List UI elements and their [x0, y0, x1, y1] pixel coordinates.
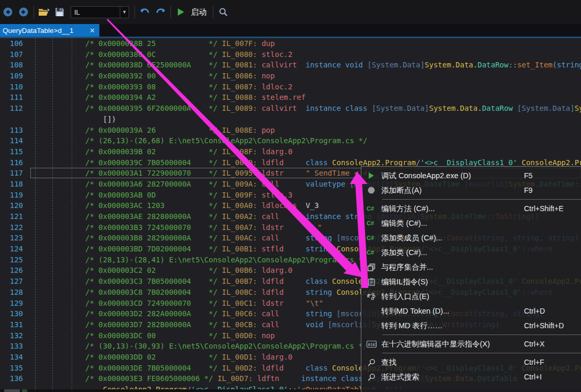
menu-separator	[382, 335, 581, 335]
search-icon	[361, 359, 381, 366]
code-text: /* 0x000003AC 1203 */ IL_00A0: ldloca.s …	[23, 200, 319, 211]
menu-item-edit-method-csharp[interactable]: C#编辑方法 (C#)...Ctrl+Shift+E	[361, 201, 581, 216]
line-number: 131	[0, 319, 23, 330]
code-text: /* (26,13)-(26,68) E:\net5\ConsoleApp2\C…	[23, 135, 367, 146]
line-number: 108	[0, 60, 23, 71]
line-number: 120	[0, 200, 23, 211]
start-debug-label[interactable]: 启动	[191, 7, 207, 17]
line-number: 134	[0, 352, 23, 363]
navigate-back-button[interactable]	[0, 4, 16, 20]
menu-item-show-instruction-in-hex-editor[interactable]: 0101在十六进制编辑器中显示指令(X)Ctrl+X	[361, 337, 581, 351]
line-number: 121	[0, 211, 23, 222]
menu-item-label: 添加断点(A)	[381, 186, 524, 195]
code-text: /* 0x000003AB 0D */ IL_009F: stloc.3	[23, 190, 292, 201]
main-toolbar: IL ▼ 启动	[0, 0, 581, 24]
code-text: /* 0x000003DD 02 */ IL_00D1: ldarg.0	[23, 352, 292, 363]
menu-item-debug-exe[interactable]: 调试 ConsoleApp2.exe (D)F5	[361, 168, 581, 183]
tab-close-icon[interactable]: ✕	[89, 27, 95, 34]
menu-item-add-class-member-csharp[interactable]: C#添加类成员 (C#)...	[361, 230, 581, 245]
start-debug-button[interactable]	[173, 4, 189, 20]
menu-item-go-to-md-token[interactable]: 转到MD Token (D)...Ctrl+D	[361, 304, 581, 318]
menu-item-label: 渐进式搜索	[381, 372, 524, 382]
menu-item-add-class-csharp[interactable]: C#添加类 (C#)...	[361, 245, 581, 260]
scrollbar-marker	[22, 389, 27, 392]
code-text: /* 0x00000395 6F2600000A */ IL_0089: cal…	[23, 103, 581, 114]
code-line[interactable]: [])	[0, 114, 581, 125]
code-line[interactable]: 111/* 0x00000394 A2 */ IL_0088: stelem.r…	[0, 92, 581, 103]
menu-item-find[interactable]: 查找Ctrl+F	[361, 355, 581, 370]
code-line[interactable]: 112/* 0x00000395 6F2600000A */ IL_0089: …	[0, 103, 581, 114]
menu-item-go-to-entry-point[interactable]: 转到入口点(E)	[361, 289, 581, 304]
menu-item-label: 与程序集合并...	[381, 262, 524, 272]
menu-item-add-breakpoint[interactable]: 添加断点(A)F9	[361, 183, 581, 198]
save-button[interactable]	[52, 4, 67, 20]
search-icon	[361, 373, 381, 381]
context-menu: 调试 ConsoleApp2.exe (D)F5添加断点(A)F9C#编辑方法 …	[361, 166, 581, 392]
view-mode-dropdown[interactable]: IL ▼	[71, 6, 129, 18]
line-number: 122	[0, 222, 23, 233]
menu-item-go-to-md-table-row[interactable]: 转到 MD 表行……Ctrl+Shift+D	[361, 318, 581, 333]
toolbar-separator	[170, 6, 171, 18]
menu-item-label: 转到MD Token (D)...	[381, 306, 524, 316]
line-number: 110	[0, 82, 23, 93]
redo-button[interactable]	[153, 4, 168, 20]
open-file-button[interactable]	[36, 4, 52, 20]
line-number: 109	[0, 71, 23, 82]
menu-item-label: 编辑IL指令(S)	[381, 277, 524, 287]
code-text: /* 0x0000039B 02 */ IL_008F: ldarg.0	[23, 146, 292, 157]
code-line[interactable]: 110/* 0x00000393 08 */ IL_0087: ldloc.2	[0, 82, 581, 93]
menu-item-merge-with-assembly[interactable]: 与程序集合并...	[361, 260, 581, 274]
code-text: /* 0x0000038D 6F2500000A */ IL_0081: cal…	[23, 60, 581, 71]
menu-item-shortcut: Ctrl+F	[524, 358, 581, 366]
toolbar-separator	[33, 6, 34, 18]
tab-querydatatable[interactable]: QueryDataTable>d__1 ✕	[0, 24, 99, 37]
code-line[interactable]: 115/* 0x0000039B 02 */ IL_008F: ldarg.0	[0, 146, 581, 157]
csharp-icon: C#	[361, 249, 381, 256]
code-line[interactable]: 114/* (26,13)-(26,68) E:\net5\ConsoleApp…	[0, 135, 581, 146]
search-assemblies-button[interactable]	[215, 4, 231, 20]
merge-icon	[361, 263, 381, 271]
svg-text:C#: C#	[367, 235, 374, 241]
code-line[interactable]: 108/* 0x0000038D 6F2500000A */ IL_0081: …	[0, 60, 581, 71]
line-number: 132	[0, 330, 23, 341]
line-number: 125	[0, 255, 23, 266]
code-text: /* 0x000003CD 7249000070 */ IL_00C1: lds…	[23, 298, 323, 309]
code-line[interactable]: 109/* 0x00000392 00 */ IL_0086: nop	[0, 71, 581, 82]
menu-item-edit-il-instructions[interactable]: 编辑IL指令(S)	[361, 274, 581, 289]
line-number: 124	[0, 244, 23, 255]
code-line[interactable]: 107/* 0x0000038C 0C */ IL_0080: stloc.2	[0, 49, 581, 60]
code-line[interactable]: 113/* 0x0000039A 26 */ IL_008E: pop	[0, 125, 581, 136]
line-number: 117	[0, 168, 23, 179]
line-number: 112	[0, 103, 23, 114]
svg-text:C#: C#	[367, 249, 374, 256]
menu-item-label: 查找	[381, 358, 524, 367]
line-number: 129	[0, 298, 23, 309]
search-icon	[219, 7, 228, 17]
chevron-down-icon[interactable]: ▼	[120, 7, 129, 18]
menu-item-incremental-search[interactable]: 渐进式搜索Ctrl+I	[361, 370, 581, 384]
code-text: /* 0x0000039A 26 */ IL_008E: pop	[23, 125, 275, 136]
dnspy-window: IL ▼ 启动	[0, 0, 581, 392]
menu-item-shortcut: Ctrl+D	[524, 307, 581, 315]
csharp-icon: C#	[361, 220, 381, 227]
horizontal-scrollbar-thumb[interactable]	[4, 389, 20, 392]
menu-item-label: 添加类成员 (C#)...	[381, 233, 524, 243]
code-text: /* 0x0000038B 25 */ IL_007F: dup	[23, 38, 275, 49]
menu-item-edit-class-csharp[interactable]: C#编辑类 (C#)...	[361, 216, 581, 230]
menu-item-shortcut: Ctrl+Shift+D	[524, 321, 581, 330]
navigate-forward-button[interactable]	[16, 4, 31, 20]
line-number: 111	[0, 92, 23, 103]
undo-button[interactable]	[137, 4, 153, 20]
svg-text:C#: C#	[367, 220, 374, 226]
code-text: /* 0x0000038C 0C */ IL_0080: stloc.2	[23, 49, 292, 60]
code-text: /* 0x000003A1 7229000070 */ IL_0095: lds…	[23, 168, 372, 179]
menu-item-shortcut: Ctrl+I	[524, 373, 581, 381]
line-number: 118	[0, 179, 23, 190]
menu-item-shortcut: Ctrl+X	[524, 340, 581, 348]
line-number: 113	[0, 125, 23, 136]
menu-item-label: 编辑方法 (C#)...	[381, 204, 524, 214]
svg-text:0101: 0101	[368, 342, 377, 347]
hex-icon: 0101	[361, 341, 381, 348]
code-line[interactable]: 106/* 0x0000038B 25 */ IL_007F: dup	[0, 38, 581, 49]
menu-separator	[382, 353, 581, 353]
